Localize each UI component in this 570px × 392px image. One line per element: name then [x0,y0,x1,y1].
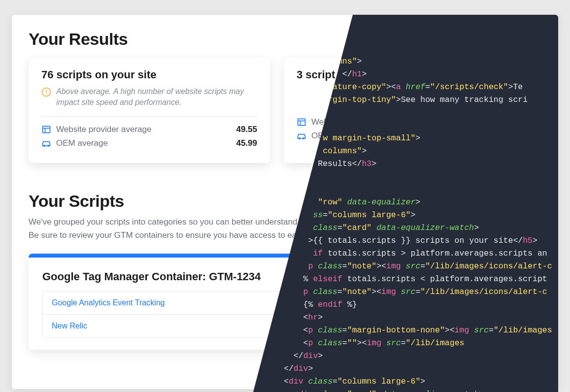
scripts-warning-text: Above average. A high number of website … [56,86,257,107]
car-icon [41,138,51,148]
svg-rect-8 [298,119,305,125]
svg-point-2 [46,94,47,95]
provider-average-label: Website provider average [56,125,151,134]
scripts-count-card: 76 scripts on your site Above average. A… [29,58,270,163]
report-page: Your Results 76 scripts on your site Abo… [12,15,558,389]
scripts-warning-note: Above average. A high number of website … [41,86,257,107]
alert-circle-icon [41,87,51,97]
oem-average-label: OEM average [56,138,108,148]
provider-average-value: 49.55 [236,125,257,134]
scripts-count-title: 76 scripts on your site [41,68,257,81]
website-icon [297,117,306,127]
divider [41,116,257,117]
svg-rect-3 [43,127,50,133]
car-icon [297,131,306,141]
oem-average-value: 45.99 [236,138,257,148]
provider-average-row: Website provider average 49.55 [41,123,257,136]
oem-average-row: OEM average 45.99 [41,136,257,150]
website-icon [41,125,51,134]
viewport: Your Results 76 scripts on your site Abo… [0,0,570,392]
